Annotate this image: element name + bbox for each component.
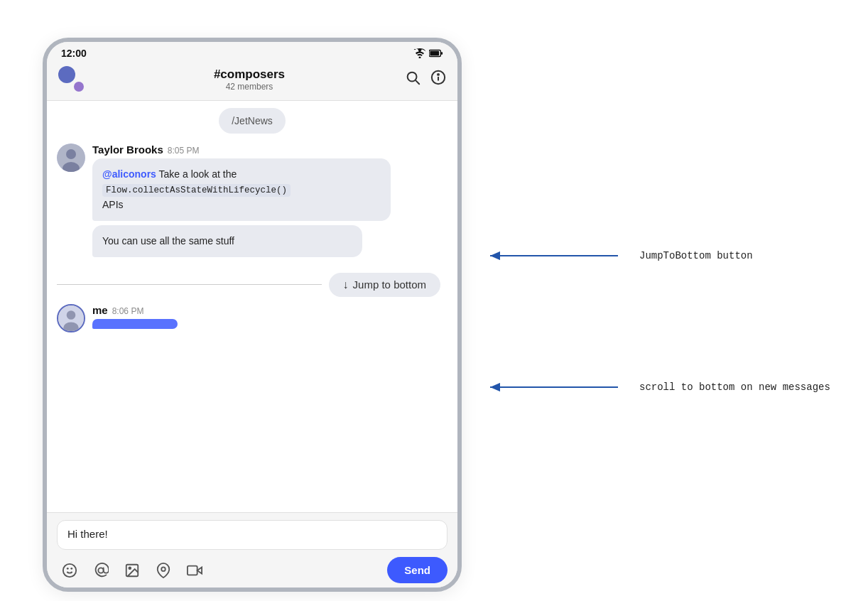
avatar-me [57, 304, 85, 332]
code-snippet: Flow.collectAsStateWithLifecycle() [102, 184, 291, 197]
svg-point-20 [129, 567, 131, 569]
message-header-taylor: Taylor Brooks 8:05 PM [92, 144, 447, 156]
channel-name: #composers [94, 67, 405, 82]
scroll-annotation-text: scroll to bottom on new messages [639, 381, 830, 393]
svg-line-5 [416, 80, 419, 84]
divider-line [57, 284, 322, 285]
video-button[interactable] [182, 558, 207, 583]
location-button[interactable] [151, 558, 176, 583]
svg-rect-3 [430, 51, 439, 55]
jump-arrow-icon: ↓ [343, 278, 349, 291]
input-toolbar: Send [57, 557, 447, 583]
status-time: 12:00 [61, 48, 87, 59]
svg-point-18 [98, 568, 103, 573]
time-me: 8:06 PM [112, 306, 144, 316]
emoji-button[interactable] [57, 558, 82, 583]
sender-taylor: Taylor Brooks [92, 144, 163, 156]
mention-button[interactable] [88, 558, 114, 583]
info-icon[interactable] [430, 70, 446, 90]
bubble-1-text: Take a look at the [159, 168, 237, 180]
status-icons [413, 48, 443, 58]
bubble-2-text: You can use all the same stuff [102, 235, 234, 247]
svg-rect-2 [441, 52, 443, 55]
annotations: JumpToBottom button scroll to bottom on … [483, 0, 838, 601]
jump-to-bottom-row: ↓ Jump to bottom [57, 273, 447, 297]
channel-avatar [58, 66, 85, 93]
message-input[interactable]: Hi there! [57, 520, 447, 550]
mention-aliconors: @aliconors [102, 168, 156, 180]
image-button[interactable] [119, 558, 145, 583]
svg-point-15 [63, 563, 76, 576]
svg-point-10 [66, 149, 76, 159]
app-header: #composers 42 members [47, 62, 457, 101]
message-header-me: me 8:06 PM [92, 304, 447, 316]
input-text: Hi there! [67, 528, 108, 540]
svg-point-8 [438, 74, 439, 75]
message-bubble-1: @aliconors Take a look at the Flow.colle… [92, 158, 391, 221]
svg-point-13 [67, 310, 76, 320]
prev-message-bubble: /JetNews [219, 108, 286, 134]
jump-arrow-line [483, 245, 625, 266]
header-title-group: #composers 42 members [94, 67, 405, 92]
send-button[interactable]: Send [387, 557, 447, 583]
phone-frame: 12:00 #compose [43, 38, 462, 592]
sender-me: me [92, 304, 108, 316]
scroll-arrow-line [483, 377, 625, 398]
jump-to-bottom-label: Jump to bottom [353, 278, 426, 291]
message-content-me: me 8:06 PM [92, 304, 447, 329]
phone-wrapper: 12:00 #compose [43, 38, 462, 592]
prev-message-text: /JetNews [232, 115, 273, 126]
messages-area: /JetNews Taylor Brooks 8:05 PM [47, 101, 457, 512]
scroll-annotation: scroll to bottom on new messages [483, 377, 830, 398]
avatar-circle-1 [58, 66, 75, 83]
jump-annotation-text: JumpToBottom button [639, 250, 753, 261]
avatar-taylor [57, 144, 85, 172]
svg-marker-22 [197, 567, 202, 573]
message-row-me: me 8:06 PM [57, 304, 447, 332]
input-area: Hi there! [47, 512, 457, 588]
avatar-circle-2 [72, 80, 85, 93]
search-icon[interactable] [405, 70, 421, 90]
wifi-icon [413, 48, 426, 58]
me-message-partial [92, 319, 178, 329]
battery-icon [429, 49, 443, 58]
jump-annotation: JumpToBottom button [483, 245, 753, 266]
header-actions [405, 70, 446, 90]
jump-to-bottom-button[interactable]: ↓ Jump to bottom [329, 273, 440, 297]
svg-point-21 [161, 567, 166, 571]
message-bubble-2: You can use all the same stuff [92, 225, 362, 257]
members-count: 42 members [94, 82, 405, 92]
status-bar: 12:00 [47, 42, 457, 62]
message-row-taylor: Taylor Brooks 8:05 PM @aliconors Take a … [57, 144, 447, 261]
svg-rect-23 [188, 565, 197, 575]
bubble-1-suffix: APIs [102, 199, 124, 210]
time-taylor: 8:05 PM [168, 146, 200, 156]
message-content-taylor: Taylor Brooks 8:05 PM @aliconors Take a … [92, 144, 447, 261]
